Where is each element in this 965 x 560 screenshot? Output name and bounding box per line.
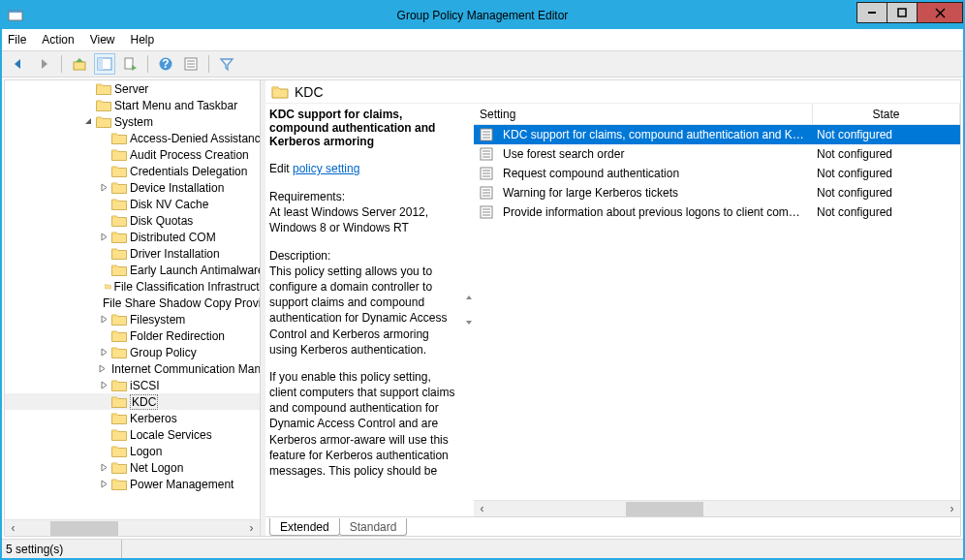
toggle-spacer xyxy=(98,396,109,408)
show-hide-tree-button[interactable] xyxy=(94,53,115,75)
tree-item[interactable]: Filesystem xyxy=(5,311,260,327)
menu-file[interactable]: File xyxy=(8,33,26,47)
setting-row[interactable]: Use forest search orderNot configured xyxy=(474,144,960,164)
tree-item-label: Folder Redirection xyxy=(130,329,225,343)
settings-list: Setting State KDC support for claims, co… xyxy=(474,104,960,516)
filter-button[interactable] xyxy=(216,53,237,75)
list-scroll-right[interactable]: › xyxy=(944,501,960,517)
expand-icon[interactable] xyxy=(98,232,109,243)
tree-item[interactable]: File Share Shadow Copy Provider xyxy=(5,295,260,311)
tree-item[interactable]: File Classification Infrastructure xyxy=(5,278,260,295)
tab-extended[interactable]: Extended xyxy=(269,518,340,536)
setting-row[interactable]: KDC support for claims, compound authent… xyxy=(474,125,960,144)
tree-item-label: Distributed COM xyxy=(130,231,216,244)
tree-item[interactable]: Logon xyxy=(5,443,260,459)
maximize-button[interactable] xyxy=(887,2,918,23)
expand-icon[interactable] xyxy=(98,479,109,490)
toggle-spacer xyxy=(98,166,109,177)
tree-scrollbar-h[interactable]: ‹ › xyxy=(5,519,260,536)
content-area: ServerStart Menu and TaskbarSystemAccess… xyxy=(4,79,961,537)
setting-row[interactable]: Warning for large Kerberos ticketsNot co… xyxy=(474,183,960,202)
tree-item[interactable]: Power Management xyxy=(5,476,260,492)
toggle-spacer xyxy=(98,281,103,293)
export-list-button[interactable] xyxy=(119,53,140,75)
tree-item[interactable]: Folder Redirection xyxy=(5,327,260,344)
minimize-button[interactable] xyxy=(856,2,887,23)
scroll-right-button[interactable]: › xyxy=(243,520,260,537)
toggle-spacer xyxy=(82,83,94,95)
menu-help[interactable]: Help xyxy=(131,33,155,47)
tree-item[interactable]: System xyxy=(5,113,260,130)
expand-icon[interactable] xyxy=(98,380,109,391)
help-button[interactable]: ? xyxy=(155,53,176,75)
tree-item[interactable]: Start Menu and Taskbar xyxy=(5,97,260,113)
tree-item[interactable]: Early Launch Antimalware xyxy=(5,262,260,278)
back-button[interactable] xyxy=(8,53,29,75)
setting-state: Not configured xyxy=(811,128,960,141)
description-p2: If you enable this policy setting, clien… xyxy=(269,369,456,479)
list-body[interactable]: KDC support for claims, compound authent… xyxy=(474,125,960,500)
tree-item[interactable]: Locale Services xyxy=(5,426,260,443)
column-state[interactable]: State xyxy=(813,104,960,124)
expand-icon[interactable] xyxy=(98,182,109,194)
tree-item-label: Device Installation xyxy=(130,181,224,195)
tree-item[interactable]: Driver Installation xyxy=(5,245,260,262)
tree-item-label: Audit Process Creation xyxy=(130,148,249,162)
expand-icon[interactable] xyxy=(98,314,109,326)
tree-item[interactable]: Kerberos xyxy=(5,410,260,426)
setting-state: Not configured xyxy=(811,147,960,161)
expand-icon[interactable] xyxy=(98,462,109,474)
setting-row[interactable]: Request compound authenticationNot confi… xyxy=(474,164,960,183)
expand-icon[interactable] xyxy=(98,347,109,358)
tree-item[interactable]: KDC xyxy=(5,393,260,410)
toolbar: ? xyxy=(2,50,963,78)
toggle-spacer xyxy=(98,199,109,210)
tree-item[interactable]: Distributed COM xyxy=(5,229,260,245)
properties-button[interactable] xyxy=(180,53,202,75)
setting-row[interactable]: Provide information about previous logon… xyxy=(474,202,960,222)
column-setting[interactable]: Setting xyxy=(474,104,813,124)
tree-item[interactable]: Internet Communication Management xyxy=(5,360,260,377)
tree-item[interactable]: Credentials Delegation xyxy=(5,163,260,179)
edit-policy-link[interactable]: policy setting xyxy=(293,162,359,175)
tree-item-label: Logon xyxy=(130,445,162,458)
tree-item[interactable]: Net Logon xyxy=(5,459,260,476)
tree-item-label: Internet Communication Management xyxy=(111,362,260,376)
description-pane: KDC support for claims, compound authent… xyxy=(265,104,464,516)
tree-item[interactable]: iSCSI xyxy=(5,377,260,393)
tree-item[interactable]: Audit Process Creation xyxy=(5,146,260,163)
app-icon xyxy=(8,8,23,23)
titlebar[interactable]: Group Policy Management Editor xyxy=(2,2,963,29)
tree-item-label: Net Logon xyxy=(130,461,183,475)
toggle-spacer xyxy=(98,215,109,227)
tree-item[interactable]: Device Installation xyxy=(5,179,260,196)
tabstrip: Extended Standard xyxy=(265,516,960,536)
statusbar: 5 setting(s) xyxy=(2,539,963,558)
list-scroll-thumb[interactable] xyxy=(626,502,703,516)
list-scroll-left[interactable]: ‹ xyxy=(474,501,490,517)
forward-button[interactable] xyxy=(33,53,54,75)
toggle-spacer xyxy=(82,100,94,111)
tree-item[interactable]: Disk NV Cache xyxy=(5,196,260,212)
tree-item-label: Group Policy xyxy=(130,346,197,359)
tree-item[interactable]: Access-Denied Assistance xyxy=(5,130,260,146)
tree-body[interactable]: ServerStart Menu and TaskbarSystemAccess… xyxy=(5,80,260,519)
description-splitter[interactable] xyxy=(464,104,474,516)
menu-view[interactable]: View xyxy=(90,33,115,47)
collapse-icon[interactable] xyxy=(82,116,94,128)
list-scrollbar-h[interactable]: ‹ › xyxy=(474,500,960,516)
scroll-thumb[interactable] xyxy=(50,521,118,536)
scroll-left-button[interactable]: ‹ xyxy=(5,520,21,537)
tree-item[interactable]: Server xyxy=(5,80,260,97)
tab-standard[interactable]: Standard xyxy=(339,518,408,536)
tree-item[interactable]: Disk Quotas xyxy=(5,212,260,229)
menu-action[interactable]: Action xyxy=(42,33,74,47)
setting-name: Use forest search order xyxy=(497,147,811,161)
up-button[interactable] xyxy=(69,53,90,75)
setting-state: Not configured xyxy=(811,186,960,200)
svg-rect-6 xyxy=(74,62,85,70)
expand-icon[interactable] xyxy=(98,363,107,375)
tree-item[interactable]: Group Policy xyxy=(5,344,260,360)
right-pane: KDC KDC support for claims, compound aut… xyxy=(265,80,960,536)
close-button[interactable] xyxy=(917,2,963,23)
